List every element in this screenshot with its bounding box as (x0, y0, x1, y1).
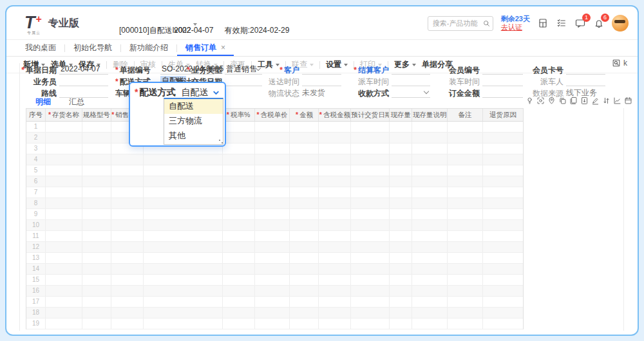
grid-cell[interactable] (319, 286, 351, 296)
calculator-icon[interactable] (538, 18, 548, 28)
grid-cell[interactable] (319, 242, 351, 252)
grid-cell[interactable] (144, 187, 223, 198)
grid-cell[interactable] (144, 308, 223, 318)
grid-cell[interactable] (448, 308, 483, 318)
grid-cell[interactable] (483, 286, 523, 296)
grid-cell[interactable] (223, 165, 255, 176)
grid-cell[interactable] (290, 209, 319, 219)
resize-grip[interactable] (218, 139, 223, 143)
field-dispatch_time[interactable] (392, 76, 430, 86)
field-salesman[interactable] (59, 76, 108, 86)
grid-cell[interactable] (223, 308, 255, 318)
field-customer[interactable] (302, 64, 341, 75)
grid-cell[interactable] (290, 297, 319, 307)
tab-4[interactable]: 销售订单× (177, 40, 234, 56)
grid-cell[interactable] (448, 165, 483, 176)
grid-cell[interactable] (46, 133, 82, 143)
tab-close-icon[interactable]: × (221, 43, 225, 52)
grid-cell[interactable] (448, 176, 483, 187)
avatar[interactable] (612, 15, 629, 32)
grid-cell[interactable] (351, 231, 390, 241)
grid-cell[interactable] (351, 264, 390, 274)
grid-cell[interactable] (46, 143, 82, 154)
field-biz_type[interactable]: 普通销售 (225, 64, 262, 75)
grid-cell[interactable] (111, 275, 144, 285)
grid-cell[interactable] (223, 154, 255, 165)
grid-cell[interactable] (412, 154, 448, 165)
grid-cell[interactable] (82, 308, 111, 318)
grid-cell[interactable] (255, 198, 290, 208)
grid-cell[interactable] (290, 143, 319, 154)
grid-cell[interactable] (448, 220, 483, 230)
grid-cell[interactable] (255, 122, 290, 132)
grid-cell[interactable] (351, 154, 390, 165)
grid-cell[interactable] (351, 253, 390, 263)
grid-cell[interactable] (390, 242, 412, 252)
grid-cell[interactable] (319, 297, 351, 307)
grid-cell[interactable] (412, 220, 448, 230)
grid-cell[interactable] (448, 143, 483, 154)
grid-cell[interactable] (255, 308, 290, 318)
grid-cell[interactable] (390, 220, 412, 230)
grid-cell[interactable] (390, 209, 412, 219)
grid-cell[interactable] (412, 231, 448, 241)
grid-cell[interactable] (290, 286, 319, 296)
grid-cell[interactable] (351, 165, 390, 176)
grid-cell[interactable] (319, 220, 351, 230)
grid-cell[interactable] (390, 308, 412, 318)
grid-cell[interactable] (483, 209, 523, 219)
grid-cell[interactable] (144, 209, 223, 219)
grid-cell[interactable] (46, 264, 82, 274)
grid-cell[interactable] (144, 318, 223, 329)
grid-cell[interactable] (82, 154, 111, 165)
grid-cell[interactable] (46, 187, 82, 198)
grid-cell[interactable] (483, 176, 523, 187)
grid-cell[interactable] (412, 176, 448, 187)
grid-cell[interactable] (46, 209, 82, 219)
grid-cell[interactable] (290, 165, 319, 176)
grid-cell[interactable] (483, 308, 523, 318)
grid-cell[interactable] (483, 275, 523, 285)
grid-cell[interactable] (144, 297, 223, 307)
grid-cell[interactable] (483, 297, 523, 307)
documents-icon[interactable] (569, 97, 578, 105)
grid-cell[interactable] (255, 176, 290, 187)
grid-cell[interactable] (319, 154, 351, 165)
grid-cell[interactable] (448, 231, 483, 241)
grid-cell[interactable] (46, 242, 82, 252)
grid-cell[interactable] (351, 286, 390, 296)
grid-cell[interactable] (144, 220, 223, 230)
notification-bell-icon[interactable]: 6 (594, 18, 604, 28)
grid-cell[interactable] (46, 286, 82, 296)
grid-cell[interactable] (255, 154, 290, 165)
grid-cell[interactable] (111, 176, 144, 187)
grid-cell[interactable] (390, 143, 412, 154)
copy-icon[interactable] (558, 97, 567, 105)
grid-cell[interactable] (82, 198, 111, 208)
grid-cell[interactable] (319, 143, 351, 154)
grid-cell[interactable] (412, 242, 448, 252)
grid-cell[interactable] (255, 264, 290, 274)
grid-cell[interactable] (483, 143, 523, 154)
grid-cell[interactable] (390, 133, 412, 143)
grid-cell[interactable] (483, 154, 523, 165)
grid-cell[interactable] (390, 264, 412, 274)
grid-cell[interactable] (111, 318, 144, 329)
certify-link[interactable]: 去认证 (501, 23, 530, 32)
grid-cell[interactable] (82, 231, 111, 241)
grid-cell[interactable] (290, 318, 319, 329)
grid-cell[interactable] (319, 209, 351, 219)
grid-cell[interactable] (448, 198, 483, 208)
grid-cell[interactable] (412, 286, 448, 296)
grid-cell[interactable] (255, 187, 290, 198)
row-number[interactable]: 8 (26, 198, 46, 208)
grid-cell[interactable] (390, 198, 412, 208)
grid-cell[interactable] (144, 264, 223, 274)
swap-columns-icon[interactable] (602, 97, 611, 105)
grid-cell[interactable] (351, 176, 390, 187)
row-number[interactable]: 11 (26, 231, 46, 241)
grid-cell[interactable] (223, 318, 255, 329)
grid-cell[interactable] (319, 275, 351, 285)
grid-cell[interactable] (82, 297, 111, 307)
grid-cell[interactable] (223, 264, 255, 274)
